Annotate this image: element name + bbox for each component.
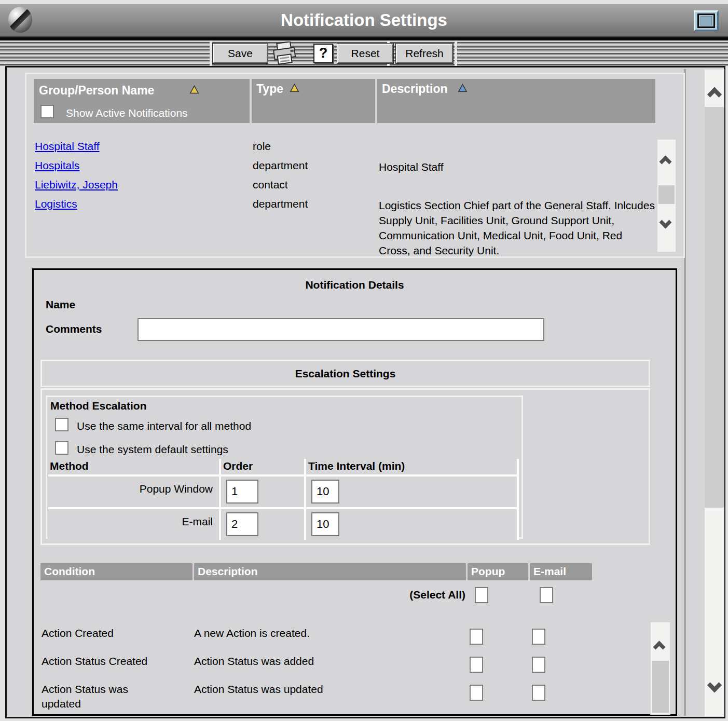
column-header-description[interactable]: Description [377,79,655,123]
order-column-header: Order [221,459,304,474]
method-escalation-title: Method Escalation [50,400,147,412]
recipients-scrollbar-thumb[interactable] [658,185,675,204]
print-button[interactable] [271,42,298,67]
email-column-header[interactable]: E-mail [530,563,592,580]
reset-button[interactable]: Reset [337,44,393,63]
interval-column-header: Time Interval (min) [306,459,517,474]
email-checkbox[interactable] [532,657,545,673]
popup-checkbox[interactable] [470,685,483,701]
toolbar-divider [455,40,457,66]
printer-icon [271,42,298,65]
column-header-group-person-name[interactable]: Group/Person Name Show Active Notificati… [34,79,250,123]
details-title: Notification Details [32,279,677,291]
title-bar: Notification Settings [0,4,728,36]
sort-asc-icon [189,85,199,94]
window-scrollbar-thumb[interactable] [705,107,724,508]
save-button[interactable]: Save [213,44,268,63]
condition-column-header[interactable]: Condition [40,563,193,580]
recipient-type: department [253,198,308,210]
condition-description: Action Status was added [194,654,443,669]
comments-label: Comments [46,323,102,335]
select-all-popup-checkbox[interactable] [475,587,488,603]
recipient-description: Hospital Staff [379,159,655,174]
select-all-email-checkbox[interactable] [540,587,553,603]
refresh-button[interactable]: Refresh [396,44,453,63]
popup-checkbox[interactable] [470,629,483,645]
condition-name: Action Status was updated [42,682,150,711]
interval-input[interactable] [311,512,339,536]
recipient-link[interactable]: Hospital Staff [35,140,100,153]
titlebar-separator [0,36,728,40]
question-mark-icon: ? [319,45,328,61]
select-all-label: (Select All) [363,589,465,601]
email-checkbox[interactable] [532,629,545,645]
condition-name: Action Status Created [42,654,176,669]
name-label: Name [46,298,75,311]
conditions-scrollbar-thumb[interactable] [652,661,669,713]
condition-description: Action Status was updated [194,682,443,697]
comments-input[interactable] [138,318,544,341]
show-active-notifications-checkbox[interactable] [40,105,54,118]
method-column-header: Method [48,459,219,474]
condition-name: Action Created [42,626,156,641]
recipient-link[interactable]: Logistics [35,198,77,210]
app-sphere-icon [8,7,32,33]
same-interval-checkbox[interactable] [55,418,68,431]
popup-column-header[interactable]: Popup [468,563,528,580]
interval-input[interactable] [311,480,339,504]
notification-settings-window: Notification Settings Save ? Reset Refre… [0,0,728,721]
escalation-settings-title: Escalation Settings [40,360,650,387]
recipient-type: contact [253,179,288,191]
popup-checkbox[interactable] [470,657,483,673]
method-name: Popup Window [48,477,219,507]
sort-asc-icon [458,84,468,92]
show-active-notifications-label: Show Active Notifications [66,107,188,119]
help-button[interactable]: ? [313,44,333,63]
system-default-label: Use the system default settings [77,443,228,456]
same-interval-label: Use the same interval for all method [77,420,251,432]
method-name: E-mail [48,509,219,540]
order-input[interactable] [226,480,258,504]
column-header-type[interactable]: Type [252,79,375,123]
recipient-link[interactable]: Hospitals [35,159,79,172]
sort-asc-icon [290,84,299,92]
recipient-type: role [253,140,271,153]
maximize-icon [697,13,715,28]
method-escalation-table: Method Order Time Interval (min) Popup W… [48,459,519,540]
email-checkbox[interactable] [532,685,545,701]
recipient-link[interactable]: Liebiwitz, Joseph [35,179,118,191]
maximize-button[interactable] [694,10,719,31]
toolbar-divider [210,40,212,66]
recipient-type: department [253,159,308,172]
window-title: Notification Settings [0,4,728,36]
condition-description: A new Action is created. [194,626,443,641]
order-input[interactable] [226,512,258,536]
system-default-checkbox[interactable] [55,441,68,455]
description-column-header[interactable]: Description [194,563,466,580]
recipient-description: Logistics Section Chief part of the Gene… [379,198,655,258]
